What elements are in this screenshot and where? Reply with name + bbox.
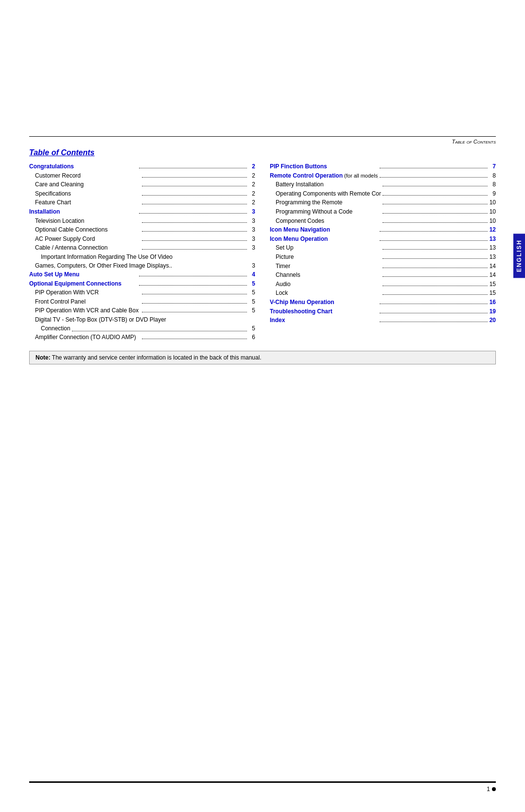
- toc-dots: [142, 240, 247, 241]
- toc-item-auto-setup: Auto Set Up Menu 4: [29, 270, 255, 279]
- toc-page: 8: [489, 171, 496, 180]
- toc-label: AC Power Supply Cord: [35, 235, 140, 244]
- toc-label: Index: [270, 316, 378, 325]
- toc-dots: [380, 231, 488, 232]
- toc-header-label: Table of Contents: [452, 139, 496, 144]
- toc-item-feature-chart: Feature Chart 2: [29, 198, 255, 207]
- toc-dots: [383, 249, 488, 250]
- toc-item-optional-cable: Optional Cable Connections 3: [29, 225, 255, 235]
- toc-dots: [139, 276, 247, 276]
- toc-dots: [383, 286, 488, 286]
- toc-label: Picture: [276, 253, 381, 262]
- toc-page: 9: [489, 189, 496, 198]
- toc-dots: [380, 313, 488, 313]
- toc-page: 2: [248, 198, 255, 207]
- toc-item-pip-vcr: PIP Operation With VCR 5: [29, 288, 255, 297]
- toc-item-lock: Lock 15: [270, 289, 496, 298]
- note-box: Note: The warranty and service center in…: [29, 351, 496, 364]
- toc-item-programming-remote: Programming the Remote 10: [270, 198, 496, 207]
- english-tab-label: ENGLISH: [516, 239, 523, 272]
- toc-columns: Congratulations 2 Customer Record 2 Care…: [29, 162, 496, 342]
- toc-page: 2: [248, 162, 255, 171]
- toc-label: Specifications: [35, 189, 140, 198]
- note-label: Note:: [35, 354, 51, 361]
- toc-label: Troubleshooting Chart: [270, 307, 378, 316]
- toc-label: Amplifier Connection (TO AUDIO AMP): [35, 333, 140, 342]
- toc-label: Care and Cleaning: [35, 180, 140, 189]
- toc-dots: [142, 303, 247, 304]
- toc-label: Programming Without a Code: [276, 207, 381, 217]
- toc-dots: [383, 258, 488, 259]
- toc-dots: [142, 195, 247, 196]
- toc-page: 3: [248, 243, 255, 253]
- toc-item-index: Index 20: [270, 316, 496, 325]
- toc-label: Set Up: [276, 243, 381, 253]
- toc-item-timer: Timer 14: [270, 262, 496, 271]
- toc-page: 3: [248, 261, 255, 270]
- toc-item-installation: Installation 3: [29, 207, 255, 217]
- toc-item-channels: Channels 14: [270, 271, 496, 280]
- toc-label: Installation: [29, 207, 138, 217]
- toc-dots: [142, 222, 247, 223]
- toc-dots: [142, 177, 247, 178]
- toc-dots: [380, 322, 488, 322]
- toc-dots: [139, 213, 247, 214]
- toc-page: 13: [489, 235, 496, 244]
- toc-page: 12: [489, 225, 496, 235]
- toc-label: V-Chip Menu Operation: [270, 298, 378, 307]
- toc-label: Front Control Panel: [35, 297, 140, 307]
- toc-label: Timer: [276, 262, 381, 271]
- toc-item-care-cleaning: Care and Cleaning 2: [29, 180, 255, 189]
- footer: 1: [0, 781, 525, 793]
- toc-page: 19: [489, 307, 496, 316]
- toc-page: 3: [248, 217, 255, 226]
- toc-multiline-label2: Games, Computers, Or Other Fixed Image D…: [35, 261, 172, 270]
- toc-item-front-control: Front Control Panel 5: [29, 297, 255, 307]
- toc-item-remote-control: Remote Control Operation (for all models…: [270, 171, 496, 180]
- toc-page: 3: [248, 207, 255, 217]
- toc-page: 6: [248, 333, 255, 342]
- toc-dots: [142, 249, 247, 250]
- toc-dots: [142, 312, 247, 312]
- toc-page: 14: [489, 262, 496, 271]
- toc-dots: [380, 240, 488, 241]
- toc-dots: [139, 168, 247, 168]
- footer-bullet-icon: [492, 787, 496, 791]
- toc-label: Audio: [276, 280, 381, 289]
- toc-dots: [72, 331, 247, 331]
- toc-page: 5: [248, 279, 255, 289]
- english-tab: ENGLISH: [513, 234, 525, 278]
- toc-label: Customer Record: [35, 171, 140, 180]
- toc-page: 20: [489, 316, 496, 325]
- toc-dots: [383, 294, 488, 295]
- toc-dots: [380, 304, 488, 304]
- toc-item-vchip: V-Chip Menu Operation 16: [270, 298, 496, 307]
- toc-page: 5: [248, 297, 255, 307]
- header-line: [29, 136, 496, 137]
- toc-title: Table of Contents: [29, 148, 496, 157]
- toc-page: 14: [489, 271, 496, 280]
- toc-dots: [142, 231, 247, 232]
- toc-label: Icon Menu Navigation: [270, 225, 378, 235]
- toc-label: PIP Finction Buttons: [270, 162, 378, 171]
- toc-multiline-label2: Connection: [41, 324, 70, 333]
- toc-item-ac-power: AC Power Supply Cord 3: [29, 235, 255, 244]
- toc-page: 3: [248, 235, 255, 244]
- toc-page: 5: [248, 324, 255, 333]
- toc-item-important-info: Important Information Regarding The Use …: [29, 253, 255, 270]
- toc-label: Operating Components with Remote Control: [276, 189, 381, 198]
- toc-item-pip-buttons: PIP Finction Buttons 7: [270, 162, 496, 171]
- toc-label: Optional Cable Connections: [35, 225, 140, 235]
- toc-dots: [383, 186, 488, 186]
- toc-dots: [139, 285, 247, 286]
- footer-content: 1: [0, 783, 525, 793]
- toc-label: Lock: [276, 289, 381, 298]
- toc-dots: [380, 177, 488, 178]
- toc-item-operating-components: Operating Components with Remote Control…: [270, 189, 496, 198]
- toc-dots: [383, 195, 488, 196]
- toc-label: Congratulations: [29, 162, 138, 171]
- toc-item-icon-menu-op: Icon Menu Operation 13: [270, 235, 496, 244]
- toc-page: 15: [489, 289, 496, 298]
- toc-page: 7: [489, 162, 496, 171]
- toc-label: Auto Set Up Menu: [29, 270, 138, 279]
